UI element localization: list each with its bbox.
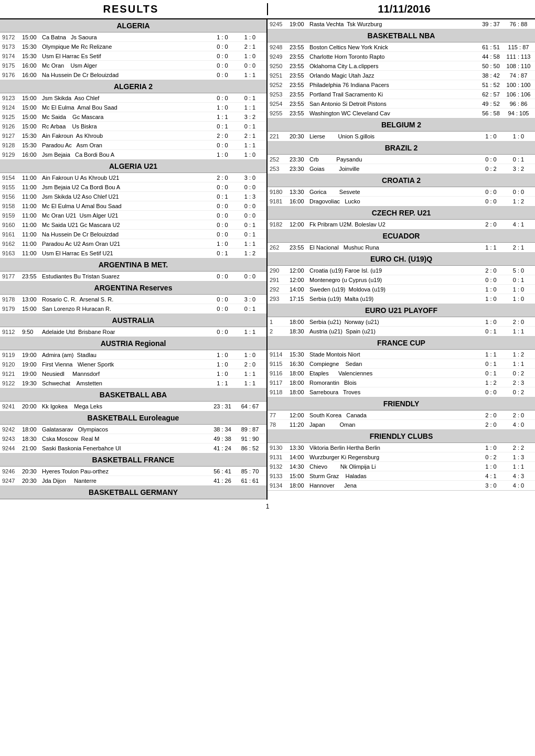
section-friendly-clubs-header: FRIENDLY CLUBS xyxy=(268,430,535,443)
section-friendly-header: FRIENDLY xyxy=(268,397,535,411)
table-row: 9255 23:55 Washington WC Cleveland Cav 5… xyxy=(268,109,535,118)
right-column: 9245 19:00 Rasta Vechta Tsk Wurzburg 39 … xyxy=(268,19,535,500)
table-row: 9248 23:55 Boston Celtics New York Knick… xyxy=(268,42,535,52)
table-row: 9154 11:00 Ain Fakroun U As Khroub U21 2… xyxy=(0,173,266,182)
table-row: 9241 20:00 Kk Igokea Mega Leks 23 : 31 6… xyxy=(0,402,266,411)
header: RESULTS 11/11/2016 xyxy=(0,0,535,19)
section-austria-regional: AUSTRIA Regional 9119 19:00 Admira (am) … xyxy=(0,337,266,388)
section-algeria: ALGERIA 9172 15:00 Ca Batna Js Saoura 1 … xyxy=(0,19,266,80)
table-row: 9161 11:00 Na Hussein De Cr Belouizdad 0… xyxy=(0,230,266,239)
table-row: 9243 18:30 Cska Moscow Real M 49 : 38 91… xyxy=(0,434,266,444)
table-row: 9162 11:00 Paradou Ac U2 Asm Oran U21 1 … xyxy=(0,239,266,249)
table-row: 9116 18:00 Etaples Valenciennes 0 : 1 0 … xyxy=(268,369,535,378)
table-row: 9131 14:00 Wurzburger Ki Regensburg 0 : … xyxy=(268,452,535,462)
table-row: 9128 15:30 Paradou Ac Asm Oran 0 : 0 1 :… xyxy=(0,141,266,150)
section-algeria-u21-header: ALGERIA U21 xyxy=(0,160,266,173)
table-row: 9159 11:00 Mc Oran U21 Usm Alger U21 0 :… xyxy=(0,211,266,220)
main-columns: ALGERIA 9172 15:00 Ca Batna Js Saoura 1 … xyxy=(0,19,535,500)
table-row: 9253 23:55 Portland Trail Sacramento Ki … xyxy=(268,90,535,99)
section-basketball-aba-header: BASKETBALL ABA xyxy=(0,388,266,402)
table-row: 9126 15:00 Rc Arbaa Us Biskra 0 : 1 0 : … xyxy=(0,122,266,131)
table-row: 291 12:00 Montenegro (u Cyprus (u19) 0 :… xyxy=(268,275,535,285)
section-croatia2-header: CROATIA 2 xyxy=(268,174,535,187)
section-brazil2: BRAZIL 2 252 23:30 Crb Paysandu 0 : 0 0 … xyxy=(268,142,535,174)
results-title: RESULTS xyxy=(0,3,268,15)
table-row: 9180 13:30 Gorica Sesvete 0 : 0 0 : 0 xyxy=(268,187,535,197)
table-row: 9134 18:00 Hannover Jena 3 : 0 4 : 0 xyxy=(268,481,535,490)
section-algeria2-header: ALGERIA 2 xyxy=(0,80,266,93)
table-row: 9118 18:00 Sarreboura Troves 0 : 0 0 : 2 xyxy=(268,387,535,397)
table-row: 9133 15:00 Sturm Graz Haladas 4 : 1 4 : … xyxy=(268,471,535,481)
table-row: 9252 23:55 Philadelphia 76 Indiana Pacer… xyxy=(268,80,535,90)
table-row: 9244 21:00 Saski Baskonia Fenerbahce Ul … xyxy=(0,444,266,453)
section-euro-ch-u19q-header: EURO CH. (U19)Q xyxy=(268,253,535,266)
section-argentina-bmet: ARGENTINA B MET. 9177 23:55 Estudiantes … xyxy=(0,258,266,282)
table-row: 9175 16:00 Mc Oran Usm Alger 0 : 0 0 : 0 xyxy=(0,61,266,70)
section-australia: AUSTRALIA 9112 9:50 Adelaide Utd Brisban… xyxy=(0,314,266,337)
section-france-cup: FRANCE CUP 9114 15:30 Stade Montois Nior… xyxy=(268,337,535,397)
table-row: 9174 15:30 Usm El Harrac Es Setif 0 : 0 … xyxy=(0,51,266,61)
table-row: 78 11:20 Japan Oman 2 : 0 4 : 0 xyxy=(268,420,535,429)
section-australia-header: AUSTRALIA xyxy=(0,314,266,327)
section-basketball-euroleague: BASKETBALL Euroleague 9242 18:00 Galatas… xyxy=(0,412,266,453)
table-row: 1 18:00 Serbia (u21) Norway (u21) 1 : 0 … xyxy=(268,317,535,327)
section-austria-regional-header: AUSTRIA Regional xyxy=(0,337,266,350)
table-row: 9249 23:55 Charlotte Horn Toronto Rapto … xyxy=(268,52,535,61)
table-row: 262 23:55 El Nacional Mushuc Runa 1 : 1 … xyxy=(268,243,535,252)
table-row: 9127 15:30 Ain Fakroun As Khroub 2 : 0 2… xyxy=(0,131,266,141)
table-row: 77 12:00 South Korea Canada 2 : 0 2 : 0 xyxy=(268,411,535,420)
table-row: 9115 16:30 Compiegne Sedan 0 : 1 1 : 1 xyxy=(268,359,535,369)
section-friendly-clubs: FRIENDLY CLUBS 9130 13:30 Viktoria Berli… xyxy=(268,430,535,491)
table-row: 9163 11:00 Usm El Harrac Es Setif U21 0 … xyxy=(0,249,266,258)
table-row: 9181 16:00 Dragovoliac Lucko 0 : 0 1 : 2 xyxy=(268,197,535,206)
section-basketball-euroleague-header: BASKETBALL Euroleague xyxy=(0,412,266,425)
table-row: 292 14:00 Sweden (u19) Moldova (u19) 1 :… xyxy=(268,285,535,294)
table-row: 9160 11:00 Mc Saida U21 Gc Mascara U2 0 … xyxy=(0,220,266,230)
table-row: 9172 15:00 Ca Batna Js Saoura 1 : 0 1 : … xyxy=(0,33,266,42)
table-row: 9182 12:00 Fk Pribram U2M. Boleslav U2 2… xyxy=(268,220,535,229)
section-croatia2: CROATIA 2 9180 13:30 Gorica Sesvete 0 : … xyxy=(268,174,535,207)
table-row: 9122 19:30 Schwechat Amstetten 1 : 1 1 :… xyxy=(0,379,266,388)
table-row: 290 12:00 Croatia (u19) Faroe Isl. (u19 … xyxy=(268,266,535,275)
table-row: 9179 15:00 San Lorenzo R Huracan R. 0 : … xyxy=(0,304,266,314)
table-row: 9246 20:30 Hyeres Toulon Pau-orthez 56 :… xyxy=(0,467,266,476)
section-basketball-germany: BASKETBALL GERMANY xyxy=(0,486,266,500)
section-belgium2-header: BELGIUM 2 xyxy=(268,118,535,132)
table-row: 9251 23:55 Orlando Magic Utah Jazz 38 : … xyxy=(268,71,535,80)
table-row: 9177 23:55 Estudiantes Bu Tristan Suarez… xyxy=(0,272,266,281)
table-row: 9158 11:00 Mc El Eulma U Amal Bou Saad 0… xyxy=(0,201,266,211)
table-row: 9124 15:00 Mc El Eulma Amal Bou Saad 1 :… xyxy=(0,103,266,112)
section-algeria-header: ALGERIA xyxy=(0,19,266,33)
table-row: 9112 9:50 Adelaide Utd Brisbane Roar 0 :… xyxy=(0,327,266,337)
table-row: 9120 19:00 First Vienna Wiener Sportk 1 … xyxy=(0,360,266,369)
table-row: 9173 15:30 Olympique Me Rc Relizane 0 : … xyxy=(0,42,266,51)
table-row: 9156 11:00 Jsm Skikda U2 Aso Chlef U21 0… xyxy=(0,192,266,201)
section-france-cup-header: FRANCE CUP xyxy=(268,337,535,350)
table-row: 252 23:30 Crb Paysandu 0 : 0 0 : 1 xyxy=(268,155,535,164)
table-row: 9123 15:00 Jsm Skikda Aso Chlef 0 : 0 0 … xyxy=(0,93,266,103)
table-row: 9245 19:00 Rasta Vechta Tsk Wurzburg 39 … xyxy=(268,19,535,29)
table-row: 293 17:15 Serbia (u19) Malta (u19) 1 : 0… xyxy=(268,294,535,304)
left-column: ALGERIA 9172 15:00 Ca Batna Js Saoura 1 … xyxy=(0,19,268,500)
table-row: 9178 13:00 Rosario C. R. Arsenal S. R. 0… xyxy=(0,295,266,304)
section-basketball-nba-header: BASKETBALL NBA xyxy=(268,29,535,42)
section-basketball-aba: BASKETBALL ABA 9241 20:00 Kk Igokea Mega… xyxy=(0,388,266,412)
table-row: 9242 18:00 Galatasarav Olympiacos 38 : 3… xyxy=(0,425,266,434)
section-brazil2-header: BRAZIL 2 xyxy=(268,142,535,155)
table-row: 9114 15:30 Stade Montois Niort 1 : 1 1 :… xyxy=(268,350,535,359)
section-argentina-reserves: ARGENTINA Reserves 9178 13:00 Rosario C.… xyxy=(0,282,266,314)
section-friendly: FRIENDLY 77 12:00 South Korea Canada 2 :… xyxy=(268,397,535,430)
page-number: 1 xyxy=(0,500,535,513)
table-row: 9247 20:30 Jda Dijon Nanterre 41 : 26 61… xyxy=(0,476,266,485)
page: RESULTS 11/11/2016 ALGERIA 9172 15:00 Ca… xyxy=(0,0,535,513)
table-row: 9119 19:00 Admira (am) Stadlau 1 : 0 1 :… xyxy=(0,350,266,360)
section-euro-u21-playoff: EURO U21 PLAYOFF 1 18:00 Serbia (u21) No… xyxy=(268,304,535,337)
table-row: 9254 23:55 San Antonio Si Detroit Piston… xyxy=(268,99,535,109)
section-algeria-u21: ALGERIA U21 9154 11:00 Ain Fakroun U As … xyxy=(0,160,266,258)
table-row: 9130 13:30 Viktoria Berlin Hertha Berlin… xyxy=(268,443,535,452)
section-euro-ch-u19q: EURO CH. (U19)Q 290 12:00 Croatia (u19) … xyxy=(268,253,535,304)
section-argentina-reserves-header: ARGENTINA Reserves xyxy=(0,282,266,295)
table-row: 9125 15:00 Mc Saida Gc Mascara 1 : 1 3 :… xyxy=(0,112,266,122)
table-row: 9132 14:30 Chievo Nk Olimpija Li 1 : 0 1… xyxy=(268,462,535,471)
section-basketball-germany-header: BASKETBALL GERMANY xyxy=(0,486,266,499)
